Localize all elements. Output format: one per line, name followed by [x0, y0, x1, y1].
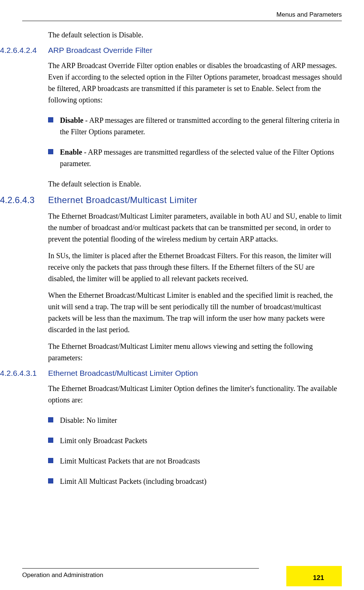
- section-number: 4.2.6.4.2.4: [0, 46, 48, 55]
- section-title: ARP Broadcast Override Filter: [48, 46, 152, 55]
- paragraph: When the Ethernet Broadcast/Multicast Li…: [48, 290, 342, 336]
- paragraph: The ARP Broadcast Override Filter option…: [48, 60, 342, 106]
- list-item: Limit Multicast Packets that are not Bro…: [48, 455, 342, 467]
- intro-paragraph: The default selection is Disable.: [48, 29, 342, 41]
- bullet-icon: [48, 149, 53, 154]
- paragraph: The Ethernet Broadcast/Multicast Limiter…: [48, 383, 342, 406]
- section-heading-arp: 4.2.6.4.2.4 ARP Broadcast Override Filte…: [0, 46, 342, 55]
- section-number: 4.2.6.4.3.1: [0, 369, 48, 378]
- header-rule: [22, 21, 342, 21]
- footer-title: Operation and Administration: [22, 572, 259, 579]
- bullet-icon: [48, 458, 53, 463]
- header-chapter: Menus and Parameters: [22, 11, 342, 21]
- section-number: 4.2.6.4.3: [0, 195, 48, 205]
- list-item: Disable: No limiter: [48, 415, 342, 426]
- list-item-text: Enable - ARP messages are transmitted re…: [60, 146, 342, 169]
- list-item: Limit only Broadcast Packets: [48, 435, 342, 446]
- list-item: Limit All Multicast Packets (including b…: [48, 476, 342, 487]
- list-item: Disable - ARP messages are filtered or t…: [48, 115, 342, 138]
- list-item-text: Limit All Multicast Packets (including b…: [60, 476, 342, 487]
- bullet-icon: [48, 438, 53, 443]
- list-item-text: Disable: No limiter: [60, 415, 342, 426]
- paragraph: The Ethernet Broadcast/Multicast Limiter…: [48, 341, 342, 364]
- section-title: Ethernet Broadcast/Multicast Limiter Opt…: [48, 369, 198, 378]
- bullet-icon: [48, 117, 53, 122]
- list-item-text: Disable - ARP messages are filtered or t…: [60, 115, 342, 138]
- list-item-text: Limit only Broadcast Packets: [60, 435, 342, 446]
- section-heading-limiter-option: 4.2.6.4.3.1 Ethernet Broadcast/Multicast…: [0, 369, 342, 378]
- page-number: 121: [313, 574, 324, 582]
- bullet-icon: [48, 417, 53, 422]
- paragraph: In SUs, the limiter is placed after the …: [48, 250, 342, 284]
- paragraph: The Ethernet Broadcast/Multicast Limiter…: [48, 210, 342, 245]
- section-heading-limiter: 4.2.6.4.3 Ethernet Broadcast/Multicast L…: [0, 195, 342, 205]
- section-title: Ethernet Broadcast/Multicast Limiter: [48, 195, 198, 205]
- footer: Operation and Administration: [22, 568, 342, 579]
- list-item-text: Limit Multicast Packets that are not Bro…: [60, 455, 342, 467]
- bullet-icon: [48, 478, 53, 483]
- list-item: Enable - ARP messages are transmitted re…: [48, 146, 342, 169]
- paragraph: The default selection is Enable.: [48, 178, 342, 190]
